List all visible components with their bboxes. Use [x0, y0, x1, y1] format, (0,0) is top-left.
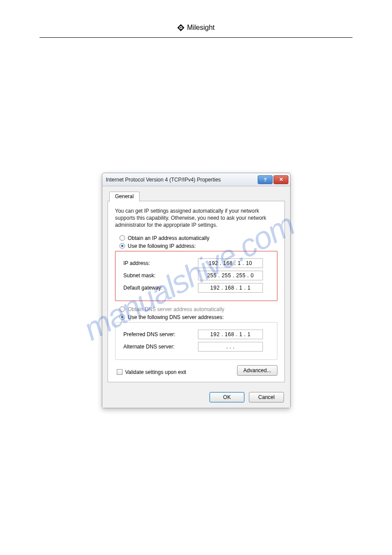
- titlebar[interactable]: Internet Protocol Version 4 (TCP/IPv4) P…: [102, 173, 290, 186]
- page-header: Milesight: [40, 24, 352, 38]
- tcpip-properties-dialog: Internet Protocol Version 4 (TCP/IPv4) P…: [102, 173, 291, 408]
- brand: Milesight: [177, 24, 215, 32]
- tab-content: You can get IP settings assigned automat…: [108, 201, 285, 382]
- dialog-title: Internet Protocol Version 4 (TCP/IPv4) P…: [106, 177, 257, 183]
- alternate-dns-input[interactable]: . . .: [198, 342, 263, 352]
- help-icon: ?: [264, 177, 267, 182]
- ok-button-label: OK: [223, 394, 230, 400]
- radio-label: Use the following DNS server addresses:: [128, 314, 224, 320]
- close-icon: ✕: [279, 177, 283, 182]
- row-ip-address: IP address: 192 . 168 . 1 . 10: [123, 258, 271, 268]
- help-button[interactable]: ?: [258, 175, 273, 184]
- radio-obtain-dns-auto: Obtain DNS server address automatically: [119, 306, 277, 312]
- validate-settings-checkbox[interactable]: Validate settings upon exit: [117, 369, 186, 375]
- description-text: You can get IP settings assigned automat…: [115, 207, 277, 229]
- default-gateway-value: 192 . 168 . 1 . 1: [210, 285, 251, 291]
- svg-point-2: [180, 27, 181, 28]
- ip-address-input[interactable]: 192 . 168 . 1 . 10: [198, 258, 263, 268]
- alternate-dns-value: . . .: [226, 344, 234, 350]
- checkbox-icon: [117, 369, 122, 375]
- radio-icon: [119, 306, 125, 312]
- dialog-body: General You can get IP settings assigned…: [102, 186, 290, 388]
- radio-obtain-ip-auto[interactable]: Obtain an IP address automatically: [119, 235, 277, 241]
- default-gateway-label: Default gateway:: [123, 285, 198, 291]
- radio-use-following-ip[interactable]: Use the following IP address:: [119, 243, 277, 249]
- cancel-button[interactable]: Cancel: [249, 392, 284, 403]
- row-alternate-dns: Alternate DNS server: . . .: [123, 342, 271, 352]
- tab-general[interactable]: General: [109, 192, 140, 202]
- dialog-footer: OK Cancel: [102, 388, 290, 408]
- advanced-button-label: Advanced...: [243, 367, 271, 374]
- tab-strip: General: [108, 191, 285, 201]
- close-button[interactable]: ✕: [273, 175, 288, 184]
- radio-use-following-dns[interactable]: Use the following DNS server addresses:: [119, 314, 277, 320]
- radio-label: Use the following IP address:: [128, 243, 196, 249]
- advanced-button[interactable]: Advanced...: [237, 365, 277, 376]
- preferred-dns-value: 192 . 168 . 1 . 1: [210, 331, 251, 337]
- radio-icon: [119, 314, 125, 320]
- brand-text: Milesight: [187, 24, 215, 32]
- validate-settings-label: Validate settings upon exit: [125, 369, 186, 375]
- subnet-mask-input[interactable]: 255 . 255 . 255 . 0: [198, 271, 263, 280]
- cancel-button-label: Cancel: [258, 394, 274, 400]
- preferred-dns-label: Preferred DNS server:: [123, 331, 198, 337]
- ip-address-label: IP address:: [123, 260, 198, 266]
- row-preferred-dns: Preferred DNS server: 192 . 168 . 1 . 1: [123, 330, 271, 339]
- ip-address-value: 192 . 168 . 1 . 10: [209, 260, 252, 266]
- subnet-mask-label: Subnet mask:: [123, 272, 198, 279]
- row-default-gateway: Default gateway: 192 . 168 . 1 . 1: [123, 283, 271, 293]
- radio-icon: [119, 235, 125, 241]
- dns-fields-group: Preferred DNS server: 192 . 168 . 1 . 1 …: [115, 322, 277, 360]
- ip-fields-group: IP address: 192 . 168 . 1 . 10 Subnet ma…: [115, 251, 277, 301]
- radio-label: Obtain an IP address automatically: [128, 235, 209, 241]
- preferred-dns-input[interactable]: 192 . 168 . 1 . 1: [198, 330, 263, 339]
- tab-general-label: General: [115, 193, 134, 200]
- radio-label: Obtain DNS server address automatically: [128, 306, 224, 312]
- default-gateway-input[interactable]: 192 . 168 . 1 . 1: [198, 283, 263, 293]
- radio-icon: [119, 243, 125, 249]
- row-subnet-mask: Subnet mask: 255 . 255 . 255 . 0: [123, 271, 271, 280]
- bottom-row: Validate settings upon exit Advanced...: [115, 365, 277, 376]
- alternate-dns-label: Alternate DNS server:: [123, 344, 198, 350]
- ok-button[interactable]: OK: [209, 392, 245, 403]
- brand-logo-icon: [177, 24, 184, 31]
- subnet-mask-value: 255 . 255 . 255 . 0: [207, 272, 254, 279]
